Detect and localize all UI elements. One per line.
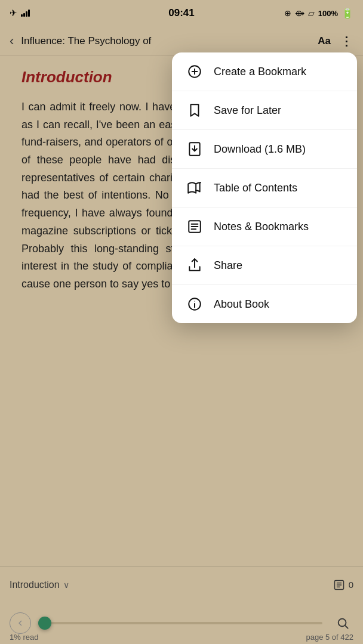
menu-item-create-bookmark[interactable]: Create a Bookmark: [172, 52, 357, 91]
menu-label-create-bookmark: Create a Bookmark: [214, 66, 306, 78]
info-circle-icon: [186, 296, 203, 312]
menu-label-share: Share: [214, 259, 242, 272]
menu-overlay[interactable]: Create a Bookmark Save for Later Downloa…: [0, 0, 363, 644]
menu-item-about[interactable]: About Book: [172, 285, 357, 323]
menu-item-save-later[interactable]: Save for Later: [172, 91, 357, 130]
menu-label-toc: Table of Contents: [214, 182, 297, 194]
menu-label-download: Download (1.6 MB): [214, 143, 306, 156]
menu-item-notes[interactable]: Notes & Bookmarks: [172, 208, 357, 246]
bookmark-icon: [186, 102, 203, 119]
notes-icon: [186, 218, 203, 235]
menu-item-toc[interactable]: Table of Contents: [172, 169, 357, 208]
menu-label-notes: Notes & Bookmarks: [214, 221, 309, 233]
bookmark-plus-icon: [186, 63, 203, 80]
svg-point-12: [194, 301, 195, 302]
download-icon: [186, 141, 203, 157]
share-icon: [186, 257, 203, 274]
menu-item-download[interactable]: Download (1.6 MB): [172, 130, 357, 169]
menu-label-about: About Book: [214, 298, 269, 311]
dropdown-menu: Create a Bookmark Save for Later Downloa…: [172, 52, 357, 323]
menu-label-save-later: Save for Later: [214, 104, 281, 117]
book-open-icon: [186, 179, 203, 196]
menu-item-share[interactable]: Share: [172, 246, 357, 285]
